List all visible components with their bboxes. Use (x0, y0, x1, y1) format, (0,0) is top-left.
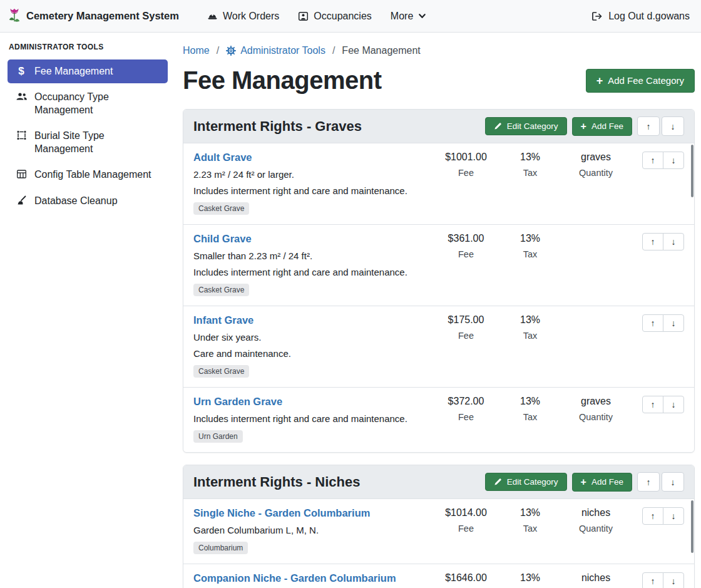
tax-col: 13% Tax (499, 314, 561, 378)
fee-main: Child Grave Smaller than 2.23 m² / 24 ft… (193, 233, 433, 296)
fee-name-link[interactable]: Child Grave (193, 233, 252, 245)
fee-row-actions: ↑ ↓ (630, 507, 684, 554)
category-reorder-group: ↑ ↓ (637, 116, 684, 136)
sidebar: ADMINISTRATOR TOOLS $ Fee Management Occ… (0, 33, 175, 215)
fee-col: $1014.00 Fee (433, 507, 499, 554)
arrow-up-icon: ↑ (651, 400, 655, 410)
scrollbar-thumb[interactable] (691, 500, 693, 553)
move-fee-down-button[interactable]: ↓ (663, 233, 684, 250)
add-fee-button[interactable]: + Add Fee (572, 473, 632, 492)
move-fee-down-button[interactable]: ↓ (663, 152, 684, 169)
move-fee-up-button[interactable]: ↑ (642, 396, 663, 413)
fee-col: $372.00 Fee (433, 396, 499, 443)
nav-item-label: Occupancies (314, 11, 372, 22)
move-category-up-button[interactable]: ↑ (637, 116, 660, 136)
fee-row: Child Grave Smaller than 2.23 m² / 24 ft… (183, 224, 694, 306)
logout-icon (591, 11, 603, 21)
nav-item-more[interactable]: More (381, 0, 436, 33)
plus-icon: + (596, 75, 603, 86)
fee-reorder-group: ↑ ↓ (642, 396, 684, 413)
sidebar-item-fee-management[interactable]: $ Fee Management (8, 59, 168, 83)
move-fee-down-button[interactable]: ↓ (663, 507, 684, 525)
move-fee-up-button[interactable]: ↑ (642, 152, 663, 169)
nav-item-work-orders[interactable]: Work Orders (198, 0, 289, 33)
fee-row-actions: ↑ ↓ (630, 396, 684, 443)
users-icon (15, 91, 28, 101)
fee-description-2: Includes interment right and care and ma… (193, 185, 428, 196)
move-category-down-button[interactable]: ↓ (662, 472, 684, 492)
category-card: Interment Rights - Niches Edit Category … (183, 465, 695, 588)
move-category-down-button[interactable]: ↓ (662, 116, 684, 136)
fee-label: Fee (433, 168, 499, 178)
fee-label: Fee (433, 249, 499, 259)
move-fee-down-button[interactable]: ↓ (663, 314, 684, 332)
move-fee-up-button[interactable]: ↑ (642, 314, 663, 332)
tax-col: 13% Tax (499, 572, 561, 588)
move-fee-down-button[interactable]: ↓ (663, 396, 684, 413)
sidebar-item-burial-site-type[interactable]: Burial Site Type Management (8, 124, 168, 161)
tax-value: 13% (499, 152, 561, 163)
sidebar-item-label: Burial Site Type Management (34, 130, 160, 155)
fee-name-link[interactable]: Urn Garden Grave (193, 396, 282, 408)
table-icon (15, 169, 28, 179)
fee-reorder-group: ↑ ↓ (642, 572, 684, 588)
move-fee-up-button[interactable]: ↑ (642, 572, 663, 588)
tulip-logo-icon (8, 8, 21, 25)
fee-amount: $361.00 (433, 233, 499, 244)
move-fee-down-button[interactable]: ↓ (663, 572, 684, 588)
scrollbar-thumb[interactable] (691, 145, 693, 197)
breadcrumb-admin-tools-link[interactable]: Administrator Tools (226, 45, 325, 56)
move-fee-up-button[interactable]: ↑ (642, 233, 663, 250)
breadcrumb-current: Fee Management (342, 45, 420, 56)
fee-reorder-group: ↑ ↓ (642, 314, 684, 332)
arrow-down-icon: ↓ (672, 237, 676, 247)
edit-category-button[interactable]: Edit Category (485, 473, 567, 491)
nav-item-label: More (391, 11, 413, 22)
fee-name-link[interactable]: Adult Grave (193, 152, 252, 163)
brand-link[interactable]: Cemetery Management System (8, 8, 179, 25)
nav-item-label: Work Orders (223, 11, 279, 22)
arrow-down-icon: ↓ (672, 155, 676, 165)
arrow-up-icon: ↑ (651, 155, 655, 165)
fee-row: Companion Niche - Garden Columbarium Gar… (183, 564, 694, 588)
card-body: Adult Grave 2.23 m² / 24 ft² or larger. … (183, 143, 694, 452)
add-fee-category-button[interactable]: + Add Fee Category (586, 69, 695, 93)
fee-main: Companion Niche - Garden Columbarium Gar… (193, 572, 433, 588)
tax-col: 13% Tax (499, 233, 561, 296)
fee-col: $1646.00 Fee (433, 572, 499, 588)
sidebar-item-label: Occupancy Type Management (34, 91, 160, 116)
tax-label: Tax (499, 331, 561, 341)
fee-name-link[interactable]: Infant Grave (193, 314, 253, 326)
tax-value: 13% (499, 314, 561, 326)
move-fee-up-button[interactable]: ↑ (642, 507, 663, 525)
add-fee-button[interactable]: + Add Fee (572, 117, 632, 136)
arrow-up-icon: ↑ (647, 121, 651, 132)
edit-category-button[interactable]: Edit Category (485, 117, 567, 135)
sidebar-item-occupancy-type[interactable]: Occupancy Type Management (8, 85, 168, 122)
fee-label: Fee (433, 412, 499, 422)
category-list: Interment Rights - Graves Edit Category … (183, 109, 695, 588)
arrow-up-icon: ↑ (651, 576, 655, 586)
sidebar-item-database-cleanup[interactable]: Database Cleanup (8, 189, 168, 213)
fee-col: $361.00 Fee (433, 233, 499, 296)
category-actions: Edit Category + Add Fee ↑ ↓ (485, 472, 684, 492)
fee-row: Infant Grave Under six years. Care and m… (183, 306, 694, 387)
fee-badge: Casket Grave (193, 365, 249, 378)
category-reorder-group: ↑ ↓ (637, 472, 684, 492)
fee-name-link[interactable]: Companion Niche - Garden Columbarium (193, 572, 396, 584)
nav-item-occupancies[interactable]: Occupancies (289, 0, 381, 33)
arrow-down-icon: ↓ (672, 318, 676, 328)
logout-link[interactable]: Log Out d.gowans (591, 11, 690, 22)
tax-col: 13% Tax (499, 396, 561, 443)
tax-value: 13% (499, 507, 561, 518)
breadcrumb-home-link[interactable]: Home (183, 45, 210, 56)
main-content: Home / (175, 33, 701, 588)
fee-badge: Casket Grave (193, 202, 249, 215)
move-category-up-button[interactable]: ↑ (637, 472, 660, 492)
tax-label: Tax (499, 524, 561, 534)
fee-name-link[interactable]: Single Niche - Garden Columbarium (193, 507, 370, 519)
fee-row-actions: ↑ ↓ (630, 314, 684, 378)
tax-value: 13% (499, 233, 561, 244)
tax-col: 13% Tax (499, 152, 561, 215)
sidebar-item-config-table[interactable]: Config Table Management (8, 163, 168, 187)
